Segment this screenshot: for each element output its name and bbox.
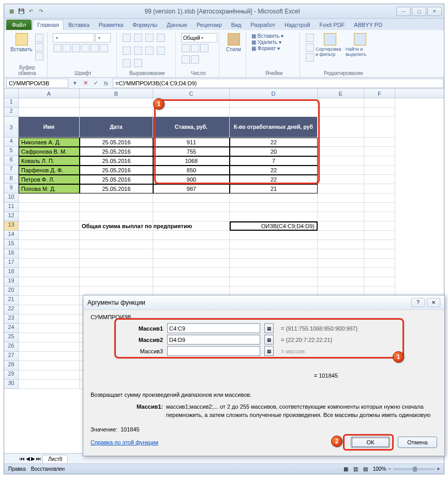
cell[interactable] — [318, 240, 364, 249]
cells-insert[interactable]: ▦ Вставить ▾ — [251, 33, 283, 39]
cell[interactable]: 20 — [230, 147, 318, 156]
cell[interactable] — [364, 193, 395, 203]
cell[interactable] — [364, 184, 395, 193]
copy-icon[interactable] — [35, 43, 43, 51]
cell[interactable] — [318, 203, 364, 212]
sheet-nav-last-icon[interactable]: ⏭ — [36, 456, 41, 461]
row-13[interactable]: 13 — [4, 221, 19, 231]
cell[interactable] — [230, 277, 318, 287]
cell[interactable] — [364, 231, 395, 240]
sheet-nav-first-icon[interactable]: ⏮ — [20, 456, 25, 461]
row-11[interactable]: 11 — [4, 203, 19, 212]
zoom-in-icon[interactable]: + — [437, 466, 440, 472]
cell[interactable] — [318, 166, 364, 175]
cell[interactable] — [80, 240, 153, 249]
arg1-input[interactable] — [167, 323, 260, 333]
cell[interactable]: ОИЗВ(C4:C9;D4:D9) — [230, 221, 318, 231]
cell[interactable] — [230, 231, 318, 240]
dialog-help-icon[interactable]: ? — [411, 298, 425, 307]
row-6[interactable]: 6 — [4, 156, 19, 166]
cell[interactable]: 7 — [230, 156, 318, 166]
cell[interactable] — [230, 212, 318, 221]
cell[interactable] — [153, 221, 230, 231]
select-all-corner[interactable] — [4, 89, 19, 98]
cell[interactable] — [80, 249, 153, 259]
cell[interactable]: 22 — [230, 166, 318, 175]
row-4[interactable]: 4 — [4, 138, 19, 147]
cell[interactable]: Сафронова В. М. — [19, 147, 80, 156]
cell[interactable] — [19, 193, 80, 203]
cell[interactable] — [80, 259, 153, 268]
zoom-slider[interactable] — [393, 468, 435, 470]
cell[interactable] — [364, 203, 395, 212]
cell[interactable] — [364, 259, 395, 268]
cell[interactable] — [230, 240, 318, 249]
cell[interactable] — [80, 193, 153, 203]
cell[interactable] — [19, 315, 80, 324]
cell[interactable] — [80, 203, 153, 212]
cell[interactable]: 25.05.2016 — [80, 156, 153, 166]
wrap-text-icon[interactable] — [123, 47, 131, 55]
row-10[interactable]: 10 — [4, 193, 19, 203]
col-A[interactable]: A — [19, 89, 80, 98]
cell[interactable] — [19, 212, 80, 221]
tab-home[interactable]: Главная — [33, 20, 64, 30]
cell[interactable] — [19, 352, 80, 361]
row-20[interactable]: 20 — [4, 287, 19, 296]
cell[interactable]: 1068 — [153, 156, 230, 166]
row-5[interactable]: 5 — [4, 147, 19, 156]
cell[interactable] — [364, 108, 395, 117]
sheet-tab[interactable]: Лист8 — [42, 455, 68, 463]
cell[interactable] — [19, 333, 80, 342]
cell[interactable] — [80, 268, 153, 277]
cell[interactable] — [19, 361, 80, 370]
cell[interactable] — [19, 240, 80, 249]
align-top-icon[interactable] — [123, 34, 131, 42]
cell[interactable] — [318, 193, 364, 203]
save-icon[interactable]: 💾 — [17, 7, 25, 16]
cell[interactable] — [19, 231, 80, 240]
cell[interactable] — [153, 268, 230, 277]
view-break-icon[interactable]: ▤ — [363, 466, 368, 472]
cell[interactable] — [19, 268, 80, 277]
cell[interactable] — [364, 138, 395, 147]
arg2-picker-icon[interactable]: ▦ — [264, 335, 274, 345]
cell[interactable]: Общая сумма выплат по предприятию — [80, 221, 153, 231]
cell[interactable] — [230, 193, 318, 203]
sort-filter-button[interactable]: Сортировка и фильтр — [316, 33, 345, 57]
cell[interactable] — [19, 203, 80, 212]
row-21[interactable]: 21 — [4, 296, 19, 305]
cell[interactable] — [364, 166, 395, 175]
arg2-input[interactable] — [167, 335, 260, 345]
tab-data[interactable]: Данные — [162, 20, 192, 30]
cell[interactable] — [318, 277, 364, 287]
autosum-icon[interactable] — [306, 34, 314, 42]
fill-icon[interactable] — [306, 43, 314, 52]
border-icon[interactable] — [81, 44, 89, 52]
clear-icon[interactable] — [306, 53, 314, 62]
row-9[interactable]: 9 — [4, 184, 19, 193]
cell[interactable]: 25.05.2016 — [80, 184, 153, 193]
row-19[interactable]: 19 — [4, 277, 19, 287]
maximize-button[interactable]: ▢ — [412, 7, 426, 16]
cell[interactable] — [230, 249, 318, 259]
cell[interactable] — [19, 287, 80, 296]
cell[interactable] — [318, 249, 364, 259]
tab-review[interactable]: Рецензир — [192, 20, 227, 30]
cancel-button[interactable]: Отмена — [398, 437, 437, 448]
cell[interactable] — [19, 342, 80, 352]
cell[interactable] — [153, 231, 230, 240]
cell[interactable] — [153, 249, 230, 259]
cell[interactable] — [318, 175, 364, 184]
cell[interactable] — [364, 156, 395, 166]
cell[interactable] — [19, 98, 80, 108]
inc-decimal-icon[interactable] — [182, 55, 190, 64]
cell[interactable] — [19, 380, 80, 389]
col-E[interactable]: E — [318, 89, 364, 98]
cell[interactable] — [364, 175, 395, 184]
tab-foxit[interactable]: Foxit PDF — [315, 20, 349, 30]
percent-icon[interactable] — [191, 44, 199, 52]
cell[interactable]: 755 — [153, 147, 230, 156]
cell[interactable] — [19, 324, 80, 333]
tab-addins[interactable]: Надстрой — [280, 20, 315, 30]
